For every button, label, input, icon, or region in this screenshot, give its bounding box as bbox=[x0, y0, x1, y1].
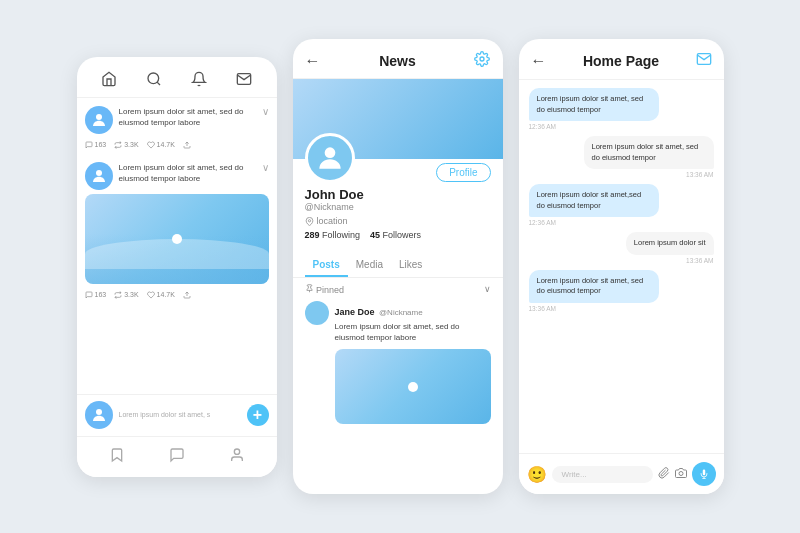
following-count: 289 Following bbox=[305, 230, 361, 240]
chevron-icon[interactable]: ∨ bbox=[262, 106, 269, 117]
bubble-outgoing: Lorem ipsum dolor sit amet, sed do eiusm… bbox=[529, 270, 659, 303]
bubble-outgoing: Lorem ipsum dolor sit amet,sed do eiusmo… bbox=[529, 184, 659, 217]
camera-icon[interactable] bbox=[675, 467, 687, 482]
like-count[interactable]: 14.7K bbox=[147, 291, 175, 299]
compose-fab[interactable]: + bbox=[247, 404, 269, 426]
attach-icon[interactable] bbox=[658, 467, 670, 482]
chat-icon[interactable] bbox=[169, 447, 185, 467]
pinned-section: Pinned ∨ Jane Doe @Nickname Lorem ipsum … bbox=[293, 278, 503, 430]
mail-icon[interactable] bbox=[696, 51, 712, 71]
back-button[interactable]: ← bbox=[531, 52, 547, 70]
pinned-header: Pinned ∨ bbox=[305, 284, 491, 295]
profile-button[interactable]: Profile bbox=[436, 163, 490, 182]
svg-point-6 bbox=[96, 409, 102, 415]
tab-posts[interactable]: Posts bbox=[305, 254, 348, 277]
svg-point-2 bbox=[96, 114, 102, 120]
message-4: Lorem ipsum dolor sit 13:36 AM bbox=[529, 232, 714, 264]
post-text-1: Lorem ipsum dolor sit amet, sed do eiusm… bbox=[119, 106, 256, 128]
svg-point-7 bbox=[234, 449, 239, 454]
avatar bbox=[85, 162, 113, 190]
tab-media[interactable]: Media bbox=[348, 254, 391, 277]
bookmark-icon[interactable] bbox=[109, 447, 125, 467]
post-text-2: Lorem ipsum dolor sit amet, sed do eiusm… bbox=[119, 162, 256, 184]
pinned-post: Jane Doe @Nickname Lorem ipsum dolor sit… bbox=[305, 301, 491, 424]
mic-button[interactable] bbox=[692, 462, 716, 486]
msg-time: 12:36 AM bbox=[529, 123, 556, 130]
msg-time: 13:36 AM bbox=[686, 171, 713, 178]
bubble-incoming: Lorem ipsum dolor sit bbox=[626, 232, 714, 255]
message-2: Lorem ipsum dolor sit amet, sed do eiusm… bbox=[529, 136, 714, 178]
home-icon[interactable] bbox=[99, 69, 119, 89]
pinned-nick: @Nickname bbox=[379, 308, 423, 317]
upload-icon[interactable] bbox=[183, 141, 191, 149]
profile-name: John Doe bbox=[305, 187, 491, 202]
feed-post-1: Lorem ipsum dolor sit amet, sed do eiusm… bbox=[85, 106, 269, 152]
message-1: Lorem ipsum dolor sit amet, sed do eiusm… bbox=[529, 88, 714, 130]
input-placeholder: Write... bbox=[562, 470, 587, 479]
bubble-incoming: Lorem ipsum dolor sit amet, sed do eiusm… bbox=[584, 136, 714, 169]
search-icon[interactable] bbox=[144, 69, 164, 89]
mail-icon[interactable] bbox=[234, 69, 254, 89]
message-input[interactable]: Write... bbox=[552, 466, 653, 483]
news-header: ← News bbox=[293, 39, 503, 79]
profile-banner bbox=[293, 79, 503, 159]
svg-point-0 bbox=[148, 73, 159, 84]
phone-messages: ← Home Page Lorem ipsum dolor sit amet, … bbox=[519, 39, 724, 494]
header-icons bbox=[474, 51, 490, 70]
profile-info: Profile John Doe @Nickname location 289 … bbox=[293, 159, 503, 254]
message-3: Lorem ipsum dolor sit amet,sed do eiusmo… bbox=[529, 184, 714, 226]
svg-point-9 bbox=[324, 147, 335, 158]
bubble-outgoing: Lorem ipsum dolor sit amet, sed do eiusm… bbox=[529, 88, 659, 121]
like-count[interactable]: 14.7K bbox=[147, 141, 175, 149]
compose-input[interactable]: Lorem ipsum dolor sit amet, s bbox=[119, 411, 241, 418]
emoji-button[interactable]: 🙂 bbox=[527, 465, 547, 484]
chevron-down-icon[interactable]: ∨ bbox=[484, 284, 491, 295]
pinned-post-text: Lorem ipsum dolor sit amet, sed do eiusm… bbox=[335, 321, 491, 343]
svg-point-4 bbox=[96, 170, 102, 176]
comment-count[interactable]: 163 bbox=[85, 291, 107, 299]
compose-area: 🙂 Write... bbox=[519, 453, 724, 494]
profile-location: location bbox=[305, 216, 491, 226]
profile-stats: 289 Following 45 Followers bbox=[305, 230, 491, 240]
share-count[interactable]: 3.3K bbox=[114, 141, 138, 149]
avatar bbox=[85, 106, 113, 134]
messages-list: Lorem ipsum dolor sit amet, sed do eiusm… bbox=[519, 80, 724, 320]
feed-container: Lorem ipsum dolor sit amet, sed do eiusm… bbox=[77, 98, 277, 320]
messages-title: Home Page bbox=[583, 53, 659, 69]
pinned-avatar bbox=[305, 301, 329, 325]
comment-count[interactable]: 163 bbox=[85, 141, 107, 149]
svg-point-12 bbox=[679, 471, 683, 475]
pinned-username: Jane Doe bbox=[335, 307, 375, 317]
bottom-nav bbox=[77, 436, 277, 477]
svg-line-1 bbox=[157, 82, 160, 85]
chevron-icon[interactable]: ∨ bbox=[262, 162, 269, 173]
followers-count: 45 Followers bbox=[370, 230, 421, 240]
post-actions-2: 163 3.3K 14.7K bbox=[85, 288, 269, 302]
gear-icon[interactable] bbox=[474, 51, 490, 70]
pinned-label: Pinned bbox=[305, 284, 345, 295]
profile-nickname: @Nickname bbox=[305, 202, 491, 212]
post-image bbox=[85, 194, 269, 284]
compose-bar: Lorem ipsum dolor sit amet, s + bbox=[77, 394, 277, 435]
user-avatar bbox=[85, 401, 113, 429]
profile-tabs: Posts Media Likes bbox=[293, 254, 503, 278]
feed-post-2: Lorem ipsum dolor sit amet, sed do eiusm… bbox=[85, 162, 269, 302]
share-count[interactable]: 3.3K bbox=[114, 291, 138, 299]
top-nav bbox=[77, 57, 277, 98]
svg-point-8 bbox=[480, 57, 484, 61]
back-button[interactable]: ← bbox=[305, 52, 321, 70]
svg-point-10 bbox=[308, 219, 310, 221]
pinned-image bbox=[335, 349, 491, 424]
msg-time: 13:36 AM bbox=[529, 305, 556, 312]
bell-icon[interactable] bbox=[189, 69, 209, 89]
news-title: News bbox=[379, 53, 416, 69]
phone-feed: Lorem ipsum dolor sit amet, sed do eiusm… bbox=[77, 57, 277, 477]
tab-likes[interactable]: Likes bbox=[391, 254, 430, 277]
message-5: Lorem ipsum dolor sit amet, sed do eiusm… bbox=[529, 270, 714, 312]
post-actions-1: 163 3.3K 14.7K bbox=[85, 138, 269, 152]
upload-icon[interactable] bbox=[183, 291, 191, 299]
profile-icon[interactable] bbox=[229, 447, 245, 467]
msg-time: 12:36 AM bbox=[529, 219, 556, 226]
messages-header: ← Home Page bbox=[519, 39, 724, 80]
msg-time: 13:36 AM bbox=[686, 257, 713, 264]
